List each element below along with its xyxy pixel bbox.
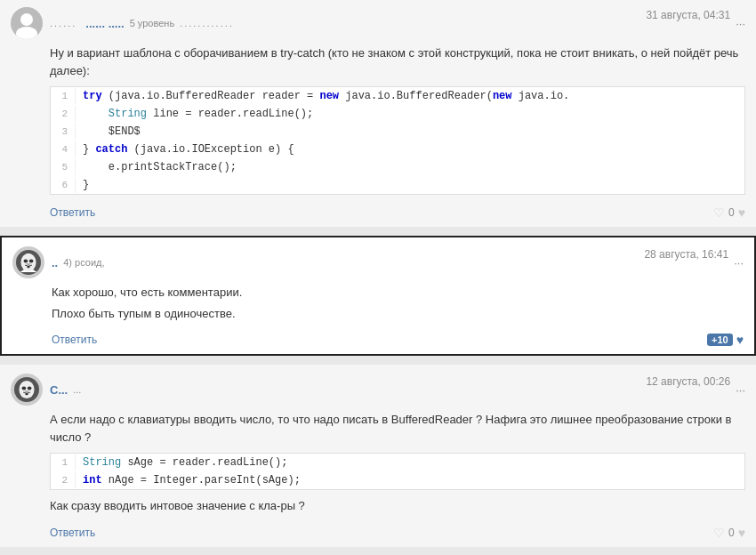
- like-section-2: +10 ♥: [707, 333, 744, 347]
- svg-point-11: [22, 387, 27, 390]
- date-2: 28 августа, 16:41: [644, 248, 728, 261]
- comment-header-1: ...... ...... ..... 5 уровень ..........…: [11, 7, 745, 39]
- comment-text-3: А если надо с клавиатуры вводить число, …: [50, 411, 745, 446]
- usermeta-2: 4) рсоид,: [63, 257, 104, 268]
- svg-point-7: [29, 260, 34, 263]
- more-btn-1[interactable]: ···: [736, 17, 745, 30]
- like-count-1: 0: [728, 206, 735, 219]
- date-3: 12 августа, 00:26: [646, 375, 730, 388]
- comment-text-3b: Как сразу вводить интовое значение с кла…: [50, 497, 745, 515]
- reply-btn-1[interactable]: Ответить: [50, 206, 95, 219]
- comment-header-2: .. 4) рсоид, 28 августа, 16:41 ···: [12, 246, 744, 278]
- svg-point-12: [28, 387, 32, 390]
- dots-1b: ............: [180, 18, 234, 28]
- code-line-3-1: 1 String sAge = reader.readLine();: [51, 454, 744, 471]
- heart-filled-3[interactable]: ♥: [738, 526, 745, 540]
- usermeta-3: ...: [73, 384, 81, 395]
- svg-rect-8: [27, 266, 29, 268]
- svg-rect-13: [25, 393, 28, 395]
- username-2[interactable]: ..: [52, 256, 58, 269]
- comment-footer-2: Ответить +10 ♥: [52, 329, 744, 347]
- like-section-3: ♡ 0 ♥: [713, 526, 745, 540]
- code-line-1-3: 3 $END$: [51, 123, 744, 141]
- comment-text-2a: Как хорошо, что есть комментарии.: [52, 284, 744, 302]
- comment-footer-3: Ответить ♡ 0 ♥: [50, 522, 745, 540]
- svg-point-10: [19, 381, 34, 398]
- comment-body-3: А если надо с клавиатуры вводить число, …: [50, 411, 745, 515]
- page-container: ...... ...... ..... 5 уровень ..........…: [0, 0, 756, 547]
- level-1: 5 уровень: [130, 18, 174, 28]
- user-meta-row-3: С... ...: [50, 383, 646, 397]
- vote-badge-2: +10: [707, 334, 733, 346]
- heart-icon-3[interactable]: ♡: [713, 526, 725, 540]
- heart-icon-2[interactable]: ♥: [736, 333, 744, 347]
- like-section-1: ♡ 0 ♥: [713, 205, 745, 220]
- comment-body-2: Как хорошо, что есть комментарии. Плохо …: [52, 284, 744, 322]
- dots-1: ......: [50, 18, 76, 28]
- code-line-1-4: 4 } catch (java.io.IOException e) {: [51, 141, 744, 158]
- heart-filled-1[interactable]: ♥: [738, 205, 745, 220]
- code-line-3-2: 2 int nAge = Integer.parseInt(sAge);: [51, 471, 744, 489]
- username-3[interactable]: С...: [50, 383, 68, 397]
- code-block-1: 1 try (java.io.BufferedReader reader = n…: [50, 86, 745, 195]
- comment-text-2b: Плохо быть тупым в одиночестве.: [52, 305, 744, 323]
- avatar-1: [11, 7, 43, 39]
- comment-body-1: Ну и вариант шаблона с оборачиванием в t…: [50, 44, 745, 195]
- code-block-3: 1 String sAge = reader.readLine(); 2 int…: [50, 453, 745, 490]
- code-line-1-6: 6 }: [51, 176, 744, 194]
- user-meta-row-2: .. 4) рсоид,: [52, 256, 644, 269]
- code-line-1-5: 5 e.printStackTrace();: [51, 158, 744, 176]
- svg-point-5: [20, 253, 36, 271]
- comment-header-3: С... ... 12 августа, 00:26 ···: [11, 374, 745, 406]
- comment-block-2: .. 4) рсоид, 28 августа, 16:41 ··· Как х…: [0, 236, 756, 356]
- comment-text-1: Ну и вариант шаблона с оборачиванием в t…: [50, 44, 745, 79]
- svg-point-1: [20, 13, 33, 26]
- date-1: 31 августа, 04:31: [646, 9, 730, 21]
- comment-block-1: ...... ...... ..... 5 уровень ..........…: [0, 0, 756, 227]
- code-line-1-2: 2 String line = reader.readLine();: [51, 105, 744, 123]
- comment-footer-1: Ответить ♡ 0 ♥: [50, 202, 745, 220]
- reply-btn-2[interactable]: Ответить: [52, 334, 97, 346]
- more-btn-3[interactable]: ···: [736, 383, 745, 397]
- comment-block-3: С... ... 12 августа, 00:26 ··· А если на…: [0, 365, 756, 547]
- user-meta-row-1: ...... ...... ..... 5 уровень ..........…: [50, 17, 646, 30]
- reply-btn-3[interactable]: Ответить: [50, 527, 95, 539]
- like-count-3: 0: [728, 527, 735, 539]
- more-btn-2[interactable]: ···: [734, 256, 744, 269]
- svg-point-6: [24, 260, 28, 263]
- heart-icon-1[interactable]: ♡: [713, 205, 725, 220]
- avatar-2: [12, 246, 44, 278]
- username-1[interactable]: ...... .....: [85, 17, 124, 30]
- avatar-3: [11, 374, 43, 406]
- code-line-1-1: 1 try (java.io.BufferedReader reader = n…: [51, 87, 744, 105]
